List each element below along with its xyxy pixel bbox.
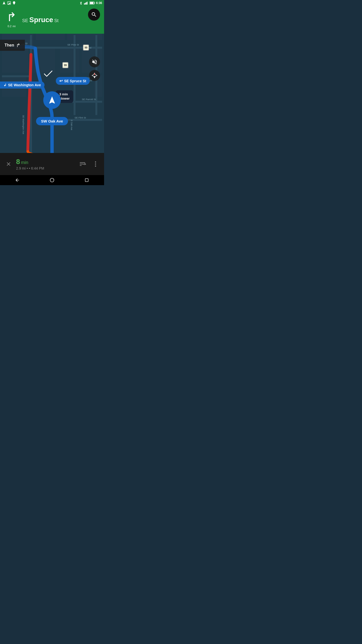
current-location-marker: [43, 91, 61, 109]
eta-separator-dot: •: [29, 166, 31, 170]
svg-rect-8: [94, 3, 95, 4]
close-icon: [6, 161, 12, 167]
navigation-status-icon: [2, 1, 6, 5]
svg-rect-4: [85, 3, 86, 5]
street-name: Spruce: [29, 16, 53, 24]
svg-point-43: [50, 178, 54, 182]
route-options-icon: [79, 160, 86, 168]
svg-rect-3: [84, 4, 85, 5]
eta-distance: 2.9 mi: [16, 166, 26, 170]
washington-ave-bubble: ↲ SE Washington Ave: [0, 82, 44, 89]
close-button[interactable]: [4, 159, 13, 169]
more-button[interactable]: [91, 159, 100, 169]
svg-rect-5: [86, 2, 86, 5]
then-label: Then: [5, 43, 14, 48]
svg-point-41: [95, 164, 96, 165]
android-home-button[interactable]: [48, 176, 56, 184]
bottom-bar: 8 min 2.9 mi • • 6:44 PM: [0, 153, 104, 175]
android-recents-button[interactable]: [83, 176, 90, 184]
svg-point-1: [8, 2, 9, 3]
svg-rect-16: [60, 49, 79, 73]
road-badge-99-mid: 99: [62, 62, 68, 68]
svg-rect-6: [87, 2, 87, 5]
svg-text:E Oak Ave: E Oak Ave: [70, 120, 73, 130]
then-panel: Then ↰: [0, 40, 25, 51]
more-icon: [92, 160, 99, 168]
then-turn-icon: ↰: [16, 42, 20, 48]
svg-text:SE Parrott St: SE Parrott St: [82, 98, 96, 101]
street-type: St: [54, 18, 59, 23]
distance-unit: mi: [13, 25, 16, 28]
svg-point-40: [95, 162, 96, 163]
battery-icon: [89, 2, 95, 5]
turn-arrow-icon: ↰: [7, 11, 17, 23]
spruce-st-bubble: ↩ SE Spruce St: [56, 77, 90, 85]
clock: 6:36: [96, 1, 102, 5]
location-status-icon: [12, 1, 16, 5]
svg-text:SE Pine St: SE Pine St: [67, 43, 79, 46]
eta-minutes: 8: [16, 158, 20, 166]
compass-button[interactable]: [89, 70, 100, 81]
gallery-status-icon: [7, 1, 11, 5]
svg-text:SE Flint St: SE Flint St: [75, 116, 86, 119]
eta-details: 2.9 mi • • 6:44 PM: [16, 166, 78, 170]
search-icon: [91, 12, 97, 18]
mute-button[interactable]: [89, 56, 100, 67]
eta-time-row: 8 min: [16, 158, 78, 166]
road-badge-99-top: 99: [83, 45, 89, 51]
android-back-icon: [15, 178, 20, 183]
svg-rect-9: [90, 2, 94, 4]
android-home-icon: [50, 178, 55, 183]
status-bar-left-icons: [2, 1, 16, 5]
svg-rect-14: [2, 49, 29, 73]
mute-icon: [92, 59, 98, 65]
search-button[interactable]: [88, 9, 100, 21]
eta-info: 8 min 2.9 mi • • 6:44 PM: [13, 158, 78, 170]
status-bar-right-info: 6:36: [79, 1, 102, 5]
street-prefix: SE: [22, 18, 28, 23]
turn-icon-container: ↰ 0.2 mi: [4, 11, 19, 29]
location-arrow-icon: [48, 96, 57, 105]
svg-point-39: [84, 164, 85, 165]
compass-icon: [92, 72, 98, 78]
android-back-button[interactable]: [14, 176, 21, 184]
android-recents-icon: [84, 178, 89, 182]
signal-icon: [84, 1, 88, 5]
nav-street-info: SE Spruce St: [19, 16, 100, 24]
sw-oak-ave-bubble: SW Oak Ave: [36, 117, 68, 125]
eta-arrival: 6:44 PM: [31, 166, 44, 170]
svg-text:SE Washington Ave: SE Washington Ave: [22, 115, 25, 134]
bottom-actions: [78, 159, 100, 169]
android-nav-bar: [0, 175, 104, 185]
status-bar: 6:36: [0, 0, 104, 6]
svg-rect-44: [85, 179, 88, 182]
svg-point-42: [95, 166, 96, 167]
route-options-button[interactable]: [78, 159, 87, 169]
nav-header: ↰ 0.2 mi SE Spruce St: [0, 6, 104, 34]
bluetooth-icon: [79, 1, 83, 5]
eta-min-label: min: [21, 160, 28, 165]
nav-distance: 0.2 mi: [8, 24, 15, 28]
eta-separator: •: [27, 166, 28, 170]
